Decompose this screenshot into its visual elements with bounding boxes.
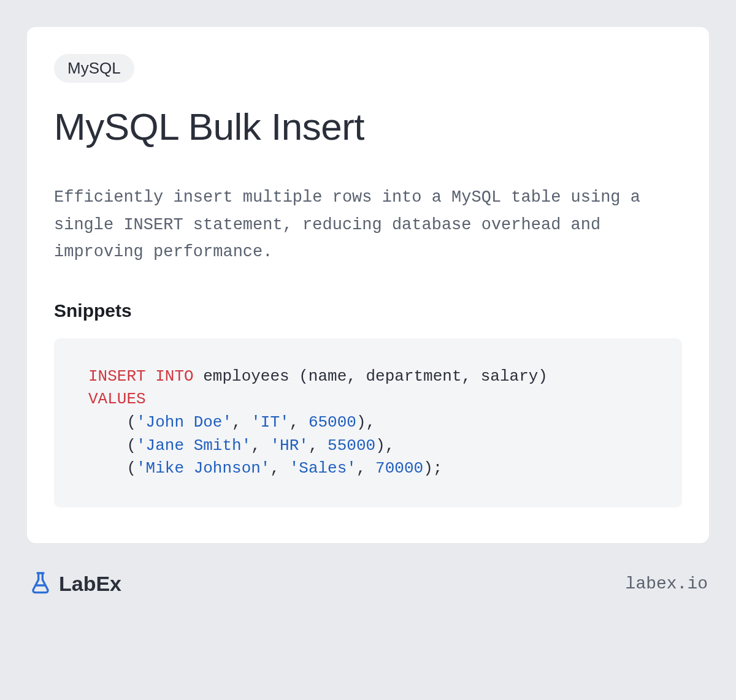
- footer: LabEx labex.io: [27, 570, 709, 597]
- brand-domain: labex.io: [626, 574, 708, 593]
- flask-icon: [28, 570, 53, 597]
- category-tag: MySQL: [54, 54, 134, 83]
- content-card: MySQL MySQL Bulk Insert Efficiently inse…: [27, 27, 709, 543]
- snippets-heading: Snippets: [54, 300, 682, 321]
- brand-logo: LabEx: [28, 570, 121, 597]
- code-snippet: INSERT INTO employees (name, department,…: [54, 338, 682, 508]
- description-text: Efficiently insert multiple rows into a …: [54, 184, 682, 266]
- page-title: MySQL Bulk Insert: [54, 105, 682, 148]
- brand-name: LabEx: [59, 572, 121, 596]
